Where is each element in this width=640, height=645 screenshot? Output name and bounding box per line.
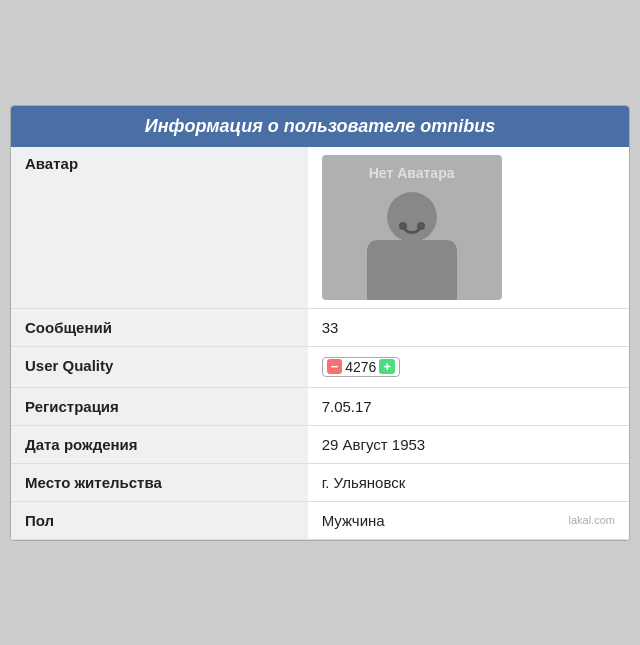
avatar-placeholder: Нет Аватара: [322, 155, 502, 300]
birthday-value: 29 Август 1953: [308, 425, 629, 463]
quality-number: 4276: [345, 359, 376, 375]
location-label: Место жительства: [11, 463, 308, 501]
quality-value-cell: − 4276 +: [308, 346, 629, 387]
user-info-card: Информация о пользователе omnibus Аватар…: [10, 105, 630, 541]
quality-plus-button[interactable]: +: [379, 359, 395, 374]
quality-badge: − 4276 +: [322, 357, 400, 377]
gender-row: Пол Мужчина lakal.com: [11, 501, 629, 539]
info-table: Аватар Нет Аватара Сообщений: [11, 147, 629, 540]
registration-label: Регистрация: [11, 387, 308, 425]
messages-value: 33: [308, 308, 629, 346]
gender-value: Мужчина lakal.com: [308, 501, 629, 539]
location-value: г. Ульяновск: [308, 463, 629, 501]
avatar-figure: [367, 192, 457, 300]
registration-row: Регистрация 7.05.17: [11, 387, 629, 425]
messages-label: Сообщений: [11, 308, 308, 346]
avatar-body: [367, 240, 457, 300]
avatar-row: Аватар Нет Аватара: [11, 147, 629, 309]
location-row: Место жительства г. Ульяновск: [11, 463, 629, 501]
gender-label: Пол: [11, 501, 308, 539]
messages-row: Сообщений 33: [11, 308, 629, 346]
avatar-image-cell: Нет Аватара: [308, 147, 629, 309]
quality-minus-button[interactable]: −: [327, 359, 343, 374]
avatar-head: [387, 192, 437, 242]
page-title: Информация о пользователе omnibus: [25, 116, 615, 137]
avatar-smile: [401, 223, 423, 234]
quality-label: User Quality: [11, 346, 308, 387]
birthday-row: Дата рождения 29 Август 1953: [11, 425, 629, 463]
avatar-label: Аватар: [11, 147, 308, 309]
registration-value: 7.05.17: [308, 387, 629, 425]
quality-row: User Quality − 4276 +: [11, 346, 629, 387]
card-header: Информация о пользователе omnibus: [11, 106, 629, 147]
birthday-label: Дата рождения: [11, 425, 308, 463]
gender-text: Мужчина: [322, 512, 385, 529]
no-avatar-text: Нет Аватара: [322, 165, 502, 181]
watermark-text: lakal.com: [569, 514, 615, 526]
